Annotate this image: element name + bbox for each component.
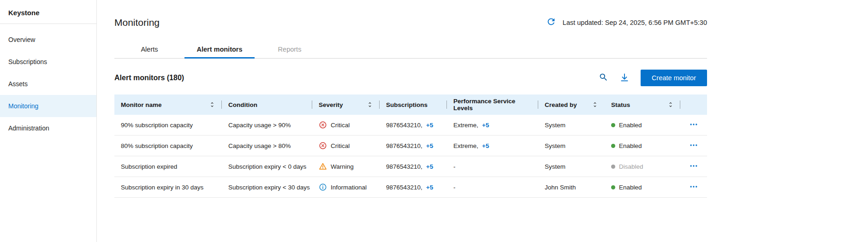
column-label: Subscriptions (386, 101, 428, 108)
created-by-cell: System (538, 122, 605, 129)
column-header-created-by: Created by (538, 94, 605, 115)
ellipsis-icon (689, 120, 698, 130)
app-root: Keystone Overview Subscriptions Assets M… (0, 0, 868, 242)
ellipsis-icon (689, 182, 698, 193)
sidebar-item-administration[interactable]: Administration (0, 117, 96, 139)
sort-icon[interactable] (367, 101, 373, 108)
monitor-name-cell: 90% subscription capacity (114, 122, 222, 129)
service-levels-value: Extreme, (453, 142, 478, 149)
status-dot (611, 165, 615, 169)
status-dot (611, 144, 615, 148)
column-label: Severity (319, 101, 343, 108)
subscriptions-value: 9876543210, (386, 184, 422, 191)
subscriptions-value: 9876543210, (386, 163, 422, 170)
page-header: Monitoring Last updated: Sep 24, 2025, 6… (114, 17, 707, 28)
sidebar-divider (0, 24, 96, 24)
last-updated-group: Last updated: Sep 24, 2025, 6:56 PM GMT+… (546, 17, 707, 28)
sort-icon[interactable] (667, 101, 674, 108)
status-label: Enabled (619, 184, 642, 191)
last-updated-text: Last updated: Sep 24, 2025, 6:56 PM GMT+… (563, 19, 707, 26)
subscriptions-value: 9876543210, (386, 122, 422, 129)
created-by-cell: System (538, 163, 605, 170)
row-actions-button[interactable] (689, 120, 698, 130)
tab-alerts[interactable]: Alerts (114, 40, 184, 59)
status-dot (611, 185, 615, 189)
status-cell: Enabled (605, 122, 680, 129)
subscriptions-cell: 9876543210, +5 (380, 122, 447, 129)
ellipsis-icon (689, 161, 698, 172)
monitor-name-cell: Subscription expiry in 30 days (114, 184, 222, 191)
severity-label: Critical (331, 122, 350, 129)
sort-icon[interactable] (209, 101, 215, 108)
tab-reports[interactable]: Reports (255, 40, 325, 59)
column-label: Status (611, 101, 630, 108)
toolbar: Alert monitors (180) Create monitor (114, 70, 707, 86)
main-content: Monitoring Last updated: Sep 24, 2025, 6… (97, 0, 868, 242)
search-button[interactable] (599, 72, 608, 83)
severity-cell: Critical (312, 142, 380, 150)
service-levels-cell: Extreme, +5 (447, 122, 538, 129)
alert-monitors-table: Monitor name Condition Severity Subscrip… (114, 94, 707, 198)
sidebar-item-monitoring[interactable]: Monitoring (0, 95, 96, 117)
download-button[interactable] (619, 72, 630, 84)
sidebar-item-assets[interactable]: Assets (0, 73, 96, 95)
column-header-monitor-name: Monitor name (114, 94, 222, 115)
toolbar-actions: Create monitor (599, 70, 707, 86)
sidebar-nav: Overview Subscriptions Assets Monitoring… (0, 29, 96, 139)
column-header-status: Status (605, 94, 680, 115)
status-label: Enabled (619, 122, 642, 129)
subscriptions-more-link[interactable]: +5 (426, 122, 433, 129)
column-label: Created by (545, 101, 577, 108)
tab-alert-monitors[interactable]: Alert monitors (184, 40, 255, 59)
subscriptions-more-link[interactable]: +5 (426, 163, 433, 170)
status-dot (611, 123, 615, 127)
sort-icon[interactable] (592, 101, 598, 108)
actions-cell (680, 161, 707, 172)
column-header-subscriptions: Subscriptions (380, 94, 447, 115)
created-by-cell: System (538, 142, 605, 149)
column-label: Condition (228, 101, 257, 108)
table-row: 90% subscription capacity Capacity usage… (114, 115, 707, 136)
severity-label: Critical (331, 142, 350, 149)
subscriptions-more-link[interactable]: +5 (426, 184, 433, 191)
status-label: Enabled (619, 142, 642, 149)
tab-bar: Alerts Alert monitors Reports (114, 40, 707, 59)
info-icon (319, 183, 327, 191)
status-label: Disabled (619, 163, 643, 170)
monitor-name-cell: 80% subscription capacity (114, 142, 222, 149)
service-levels-value: - (453, 163, 456, 170)
table-header-row: Monitor name Condition Severity Subscrip… (114, 94, 707, 115)
page-title: Monitoring (114, 17, 160, 28)
sidebar-item-overview[interactable]: Overview (0, 29, 96, 51)
severity-cell: Critical (312, 121, 380, 129)
table-row: Subscription expiry in 30 days Subscript… (114, 177, 707, 198)
column-header-actions (680, 94, 707, 115)
critical-icon (319, 142, 327, 150)
condition-cell: Subscription expiry < 0 days (222, 163, 312, 170)
service-levels-value: - (453, 184, 456, 191)
service-levels-more-link[interactable]: +5 (482, 122, 489, 129)
search-icon (599, 72, 608, 83)
refresh-button[interactable] (546, 17, 556, 28)
monitor-name-cell: Subscription expired (114, 163, 222, 170)
critical-icon (319, 121, 327, 129)
column-header-condition: Condition (222, 94, 312, 115)
actions-cell (680, 141, 707, 151)
sidebar-item-subscriptions[interactable]: Subscriptions (0, 51, 96, 73)
service-levels-value: Extreme, (453, 122, 478, 129)
service-levels-cell: - (447, 184, 538, 191)
column-header-performance-service-levels: Performance Service Levels (447, 94, 538, 115)
column-label: Monitor name (121, 101, 162, 108)
row-actions-button[interactable] (689, 141, 698, 151)
row-actions-button[interactable] (689, 161, 698, 172)
status-cell: Enabled (605, 142, 680, 149)
create-monitor-button[interactable]: Create monitor (641, 70, 707, 86)
severity-label: Warning (331, 163, 354, 170)
row-actions-button[interactable] (689, 182, 698, 193)
service-levels-more-link[interactable]: +5 (482, 142, 489, 149)
status-cell: Enabled (605, 184, 680, 191)
brand: Keystone (0, 0, 96, 24)
subscriptions-more-link[interactable]: +5 (426, 142, 433, 149)
severity-cell: Informational (312, 183, 380, 191)
table-row: 80% subscription capacity Capacity usage… (114, 136, 707, 156)
